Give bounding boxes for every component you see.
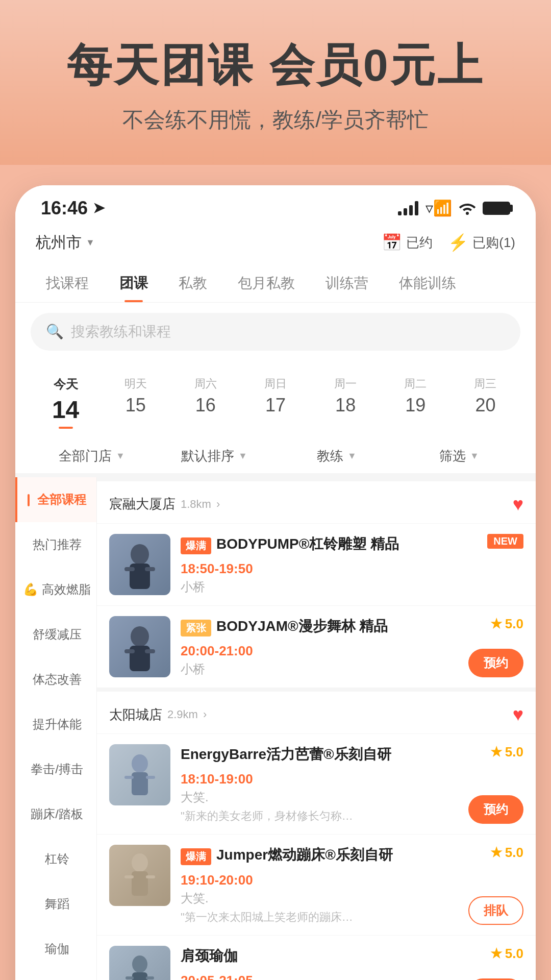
phone-frame: 16:46 ➤ ▿📶 杭州市 ▼ 📅 已约	[15, 185, 536, 980]
booked-button[interactable]: 📅 已约	[382, 233, 433, 252]
date-sun[interactable]: 周日 17	[240, 371, 310, 434]
sidebar-item-yoga[interactable]: 瑜伽	[15, 926, 96, 971]
wifi-icon	[459, 202, 475, 215]
store-2-header: 太阳城店 2.9km › ♥	[97, 692, 536, 733]
svg-rect-18	[126, 976, 134, 979]
course-jumper: 爆满 Jumper燃动蹦床®乐刻自研 19:10-20:00 大笑. "第一次来…	[97, 834, 536, 935]
course-1-time: 18:50-19:50	[181, 561, 523, 577]
course-yoga: 肩颈瑜伽 20:05-21:05 夏瑾 ★ 5.0 预约	[97, 935, 536, 980]
book-button-3[interactable]: 预约	[468, 795, 523, 824]
sidebar-item-fitness[interactable]: 提升体能	[15, 702, 96, 747]
sidebar-item-fatburn[interactable]: 💪 高效燃脂	[15, 567, 96, 612]
store-1-name: 宸融大厦店	[109, 495, 176, 513]
course-5-name: 肩颈瑜伽	[181, 946, 238, 966]
hero-title: 每天团课 会员0元上	[31, 41, 520, 90]
course-5-info: 肩颈瑜伽 20:05-21:05 夏瑾	[181, 946, 523, 980]
svg-rect-11	[146, 776, 155, 779]
svg-rect-3	[145, 567, 155, 571]
filter-arrow-1: ▼	[238, 451, 247, 461]
tab-private[interactable]: 私教	[163, 266, 222, 302]
tab-find[interactable]: 找课程	[31, 266, 104, 302]
svg-rect-9	[132, 772, 148, 795]
course-thumb-1	[109, 534, 170, 595]
tab-group[interactable]: 团课	[104, 266, 163, 302]
sidebar-item-all[interactable]: 全部课程	[15, 477, 96, 522]
svg-rect-13	[132, 871, 148, 896]
search-icon: 🔍	[46, 323, 64, 340]
top-nav: 杭州市 ▼ 📅 已约 ⚡ 已购(1)	[15, 224, 536, 261]
sidebar-item-posture[interactable]: 体态改善	[15, 657, 96, 702]
content-area: 宸融大厦店 1.8km › ♥	[97, 477, 536, 980]
sidebar-item-boxing[interactable]: 拳击/搏击	[15, 747, 96, 792]
course-4-tags: 爆满 Jumper燃动蹦床®乐刻自研	[181, 845, 523, 869]
location-icon: ➤	[93, 200, 105, 216]
status-time: 16:46 ➤	[41, 198, 105, 219]
date-wed[interactable]: 周三 20	[450, 371, 520, 434]
search-input[interactable]: 搜索教练和课程	[71, 322, 171, 341]
sidebar-item-dance[interactable]: 舞蹈	[15, 881, 96, 926]
course-3-desc: "新来的美女老师，身材修长匀称，教...	[181, 808, 354, 824]
sidebar-item-trampoline[interactable]: 蹦床/踏板	[15, 792, 96, 837]
date-selector: 今天 14 明天 15 周六 16 周日 17 周一 18 周二 19 周三 2…	[15, 361, 536, 439]
book-button-2[interactable]: 预约	[468, 649, 523, 677]
course-bodypump: 爆满 BODYPUMP®杠铃雕塑 精品 18:50-19:50 小桥 NEW	[97, 523, 536, 605]
filter-arrow-3: ▼	[470, 451, 479, 461]
sidebar: 全部课程 热门推荐 💪 高效燃脂 舒缓减压 体态改善 提升体能 拳击/搏击 蹦床…	[15, 477, 97, 980]
course-thumb-3	[109, 744, 170, 805]
svg-rect-14	[124, 875, 134, 878]
lightning-icon: ⚡	[448, 233, 468, 252]
course-2-rating: ★ 5.0	[490, 616, 523, 632]
course-thumb-2	[109, 616, 170, 677]
calendar-icon: 📅	[382, 233, 402, 252]
course-1-teacher: 小桥	[181, 579, 523, 595]
date-tomorrow[interactable]: 明天 15	[101, 371, 170, 434]
svg-point-12	[132, 853, 148, 872]
filter-arrow-0: ▼	[116, 451, 125, 461]
tag-full-4: 爆满	[181, 848, 211, 865]
hero-subtitle: 不会练不用慌，教练/学员齐帮忙	[31, 106, 520, 134]
filter-screen[interactable]: 筛选 ▼	[398, 447, 520, 465]
store-1-header: 宸融大厦店 1.8km › ♥	[97, 481, 536, 523]
queue-button-4[interactable]: 排队	[468, 896, 523, 925]
store-2-favorite[interactable]: ♥	[513, 704, 523, 725]
search-bar[interactable]: 🔍 搜索教练和课程	[31, 313, 520, 351]
course-4-time: 19:10-20:00	[181, 872, 523, 888]
filter-store[interactable]: 全部门店 ▼	[31, 447, 153, 465]
city-dropdown-arrow: ▼	[86, 237, 95, 248]
svg-rect-10	[124, 776, 134, 779]
tab-bar: 找课程 团课 私教 包月私教 训练营 体能训练	[15, 261, 536, 303]
tab-fitness[interactable]: 体能训练	[384, 266, 471, 302]
city-selector[interactable]: 杭州市 ▼	[36, 232, 95, 253]
date-sat[interactable]: 周六 16	[170, 371, 240, 434]
sidebar-item-barbell[interactable]: 杠铃	[15, 837, 96, 881]
tab-monthly[interactable]: 包月私教	[222, 266, 310, 302]
filter-sort[interactable]: 默认排序 ▼	[153, 447, 276, 465]
sidebar-item-hot[interactable]: 热门推荐	[15, 522, 96, 567]
course-4-rating: ★ 5.0	[490, 845, 523, 861]
filter-bar: 全部门店 ▼ 默认排序 ▼ 教练 ▼ 筛选 ▼	[15, 439, 536, 477]
tab-camp[interactable]: 训练营	[310, 266, 384, 302]
svg-rect-7	[145, 649, 155, 653]
purchased-button[interactable]: ⚡ 已购(1)	[448, 233, 515, 252]
course-3-tags: EnergyBarre活力芭蕾®乐刻自研	[181, 744, 523, 768]
course-5-time: 20:05-21:05	[181, 973, 523, 980]
store-2-info[interactable]: 太阳城店 2.9km ›	[109, 706, 207, 724]
store-2-name: 太阳城店	[109, 706, 162, 724]
svg-rect-2	[124, 567, 135, 571]
sidebar-item-relax[interactable]: 舒缓减压	[15, 612, 96, 657]
date-tue[interactable]: 周二 19	[381, 371, 450, 434]
search-container: 🔍 搜索教练和课程	[15, 303, 536, 361]
course-thumb-5	[109, 946, 170, 980]
store-1-favorite[interactable]: ♥	[513, 494, 523, 515]
date-today[interactable]: 今天 14	[31, 371, 101, 434]
svg-point-8	[132, 754, 148, 773]
store-1-arrow: ›	[216, 498, 220, 511]
hero-section: 每天团课 会员0元上 不会练不用慌，教练/学员齐帮忙	[0, 0, 551, 165]
filter-coach[interactable]: 教练 ▼	[276, 447, 398, 465]
star-icon-4: ★	[490, 845, 502, 861]
course-5-rating: ★ 5.0	[490, 946, 523, 962]
badge-new-1: NEW	[487, 534, 523, 549]
date-mon[interactable]: 周一 18	[311, 371, 381, 434]
store-1-info[interactable]: 宸融大厦店 1.8km ›	[109, 495, 220, 513]
store-2-arrow: ›	[203, 708, 207, 721]
